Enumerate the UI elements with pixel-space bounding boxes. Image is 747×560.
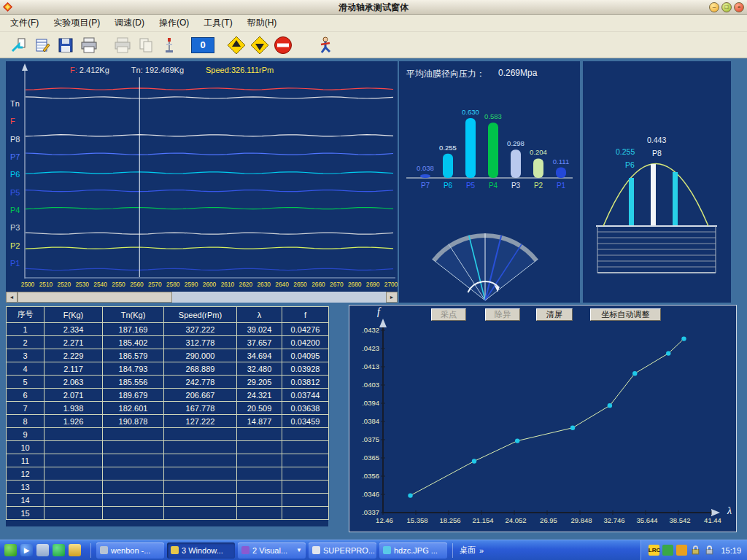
table-cell: 242.778: [164, 376, 237, 389]
table-row[interactable]: 11: [7, 454, 329, 467]
table-cell: 206.667: [164, 389, 237, 402]
table-cell: [282, 507, 329, 520]
pressure-profile-panel: 0.255P60.443P8: [583, 61, 731, 303]
stop-button[interactable]: [271, 34, 295, 56]
scatter-x-tick: 29.848: [570, 516, 592, 524]
messenger-icon[interactable]: [53, 544, 65, 556]
toolbar: 0: [0, 32, 747, 58]
maximize-button[interactable]: □: [721, 2, 732, 12]
scroll-track[interactable]: [18, 292, 386, 303]
table-row[interactable]: 42.117184.793268.88932.4800.03928: [7, 362, 329, 376]
minimize-button[interactable]: –: [709, 2, 719, 12]
strip-x-tick: 2600: [203, 281, 217, 288]
table-cell: 0.03638: [282, 402, 329, 415]
scatter-y-tick: .0432: [362, 326, 379, 334]
friction-data-point: [666, 351, 670, 355]
table-cell: [44, 441, 103, 454]
table-cell: [282, 481, 329, 494]
menu-item[interactable]: 文件(F): [3, 14, 46, 32]
folder-icon[interactable]: [69, 544, 81, 556]
task-button[interactable]: SUPERPRO...: [309, 542, 376, 559]
close-button[interactable]: ×: [734, 2, 744, 12]
table-row[interactable]: 12: [7, 467, 329, 481]
save-button[interactable]: [54, 34, 77, 56]
table-row[interactable]: 32.229186.579290.00034.6940.04095: [7, 349, 329, 362]
counter-display: 0: [191, 37, 214, 53]
task-button[interactable]: wenbon -...: [96, 542, 164, 559]
table-header-cell: 序号: [7, 307, 44, 323]
speed-readout-value: 326.111rPm: [231, 66, 274, 74]
menu-item[interactable]: 实验项目(P): [46, 14, 107, 32]
tn-readout-value: 192.469Kg: [145, 66, 184, 74]
strip-scrollbar[interactable]: ◄ ►: [6, 292, 398, 303]
green-tray-icon[interactable]: [662, 545, 673, 556]
strip-x-tick: 2640: [275, 281, 289, 288]
table-row[interactable]: 10: [7, 441, 329, 454]
scatter-x-tick: 24.052: [505, 516, 526, 524]
calibrate-button[interactable]: [158, 34, 181, 56]
print-button[interactable]: [77, 34, 101, 56]
menu-item[interactable]: 调速(D): [107, 14, 152, 32]
f-readout-value: 2.412Kg: [80, 66, 109, 74]
table-row[interactable]: 71.938182.601167.77820.5090.03638: [7, 402, 329, 415]
lock-icon[interactable]: [690, 545, 701, 556]
media-player-icon[interactable]: ▶: [20, 544, 33, 556]
table-cell: 127.222: [164, 415, 237, 428]
pressure-value: 0.269Mpa: [498, 68, 537, 80]
table-row[interactable]: 9: [7, 428, 329, 441]
start-app-icon[interactable]: [4, 544, 17, 556]
friction-scatter-chart: .0432.0423.0413.0403.0394.0384.0375.0365…: [349, 306, 736, 532]
menu-item[interactable]: 帮助(H): [240, 14, 285, 32]
table-row[interactable]: 12.334187.169327.22239.0240.04276: [7, 323, 329, 336]
task-button[interactable]: 3 Window...: [167, 542, 235, 559]
table-row[interactable]: 62.071189.679206.66724.3210.03744: [7, 389, 329, 402]
task-button[interactable]: 2 Visual...▼: [238, 542, 306, 559]
profile-bar-P8: [651, 164, 656, 225]
strip-x-tick: 2550: [112, 281, 125, 288]
menu-item[interactable]: 操作(O): [152, 14, 196, 32]
lrc-tray-icon[interactable]: LRC: [649, 545, 659, 556]
menu-item[interactable]: 工具(T): [196, 14, 239, 32]
table-cell: 4: [7, 362, 44, 376]
scroll-right-button[interactable]: ►: [386, 292, 398, 303]
task-group-caret-icon[interactable]: ▼: [296, 547, 302, 553]
table-row[interactable]: 13: [7, 481, 329, 494]
scroll-thumb[interactable]: [18, 292, 172, 303]
table-row[interactable]: 81.926190.878127.22214.8770.03459: [7, 415, 329, 428]
pressure-bar-label: P4: [489, 182, 498, 190]
task-button[interactable]: hdzc.JPG ...: [379, 542, 447, 559]
speed-down-button[interactable]: [248, 34, 271, 56]
desktop-toolbar[interactable]: 桌面 »: [457, 545, 487, 556]
pressure-bar-value: 0.255: [439, 144, 457, 152]
task-button-icon: [312, 546, 320, 554]
desktop-toolbar-label[interactable]: 桌面: [460, 545, 476, 556]
chevron-right-icon[interactable]: »: [479, 546, 484, 555]
scatter-y-tick: .0394: [362, 399, 379, 407]
table-row[interactable]: 14: [7, 494, 329, 507]
table-row[interactable]: 22.271185.402312.77837.6570.04200: [7, 336, 329, 349]
table-cell: 9: [7, 428, 44, 441]
run-test-button[interactable]: [315, 34, 338, 56]
print-preview-button[interactable]: [111, 34, 134, 56]
table-cell: 290.000: [164, 349, 237, 362]
table-cell: 20.509: [237, 402, 282, 415]
copy-icon: [137, 36, 155, 54]
pencil-tray-icon[interactable]: [676, 545, 687, 556]
table-row[interactable]: 52.063185.556242.77829.2050.03812: [7, 376, 329, 389]
copy-button[interactable]: [134, 34, 158, 56]
profile-bar-aux: [673, 172, 678, 225]
table-cell: [237, 441, 282, 454]
table-header-cell: Speed(rPm): [164, 307, 237, 323]
table-cell: [103, 428, 164, 441]
speed-up-button[interactable]: [225, 34, 248, 56]
open-button[interactable]: [7, 34, 31, 56]
notebook-button[interactable]: [31, 34, 54, 56]
lock-secondary-icon[interactable]: [704, 545, 715, 556]
scroll-left-button[interactable]: ◄: [6, 292, 18, 303]
table-cell: [44, 507, 103, 520]
table-row[interactable]: 15: [7, 507, 329, 520]
scatter-y-tick: .0356: [362, 472, 379, 480]
show-desktop-icon[interactable]: [36, 544, 49, 556]
tn-readout-label: Tn:: [131, 66, 143, 74]
system-tray: LRC 15:19: [640, 540, 747, 560]
